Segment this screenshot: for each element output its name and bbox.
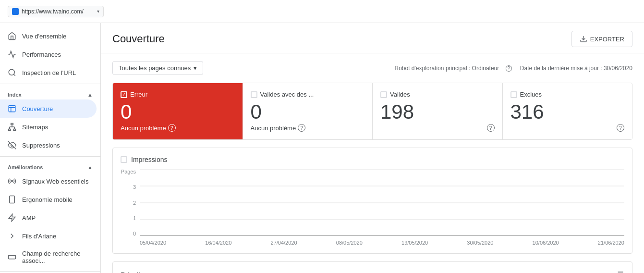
sidebar-label-performances: Performances	[22, 51, 61, 58]
help-icon-valides[interactable]: ?	[487, 124, 495, 132]
svg-point-0	[9, 69, 14, 75]
svg-rect-17	[9, 255, 16, 259]
filter-arrow-icon: ▾	[194, 64, 197, 72]
signal-icon	[8, 177, 16, 186]
chart-area: Pages 3 2 1 0	[121, 169, 624, 246]
x-label-6: 10/06/2020	[533, 240, 559, 246]
section-ameliorations-arrow: ▲	[87, 164, 93, 170]
x-label-1: 16/04/2020	[205, 240, 231, 246]
error-sublabel: Aucun problème ?	[121, 124, 235, 132]
sidebar-item-suppressions[interactable]: Suppressions	[0, 136, 97, 154]
robot-info: Robot d'exploration principal : Ordinate…	[395, 65, 499, 72]
valides-checkbox[interactable]	[380, 91, 387, 98]
valides-header: Valides	[380, 91, 495, 98]
svg-marker-16	[9, 214, 15, 222]
error-label: Erreur	[130, 91, 147, 98]
sidebar-label-ergonomie: Ergonomie mobile	[22, 196, 73, 203]
valid-with-label: Valides avec des ...	[260, 91, 314, 98]
status-card-valides[interactable]: Valides 198 ?	[373, 83, 503, 139]
sidebar-item-amp[interactable]: AMP	[0, 209, 97, 227]
sidebar-item-signaux-web[interactable]: Signaux Web essentiels	[0, 172, 97, 190]
x-label-0: 05/04/2020	[140, 240, 166, 246]
exclues-checkbox[interactable]	[510, 91, 517, 98]
sidebar-item-ergonomie[interactable]: Ergonomie mobile	[0, 190, 97, 209]
x-label-2: 27/04/2020	[271, 240, 297, 246]
filter-dropdown[interactable]: Toutes les pages connues ▾	[112, 61, 203, 75]
content-header: Couverture EXPORTER	[101, 23, 644, 53]
sidebar-item-vue-ensemble[interactable]: Vue d'ensemble	[0, 27, 97, 45]
status-card-error[interactable]: Erreur 0 Aucun problème ?	[113, 83, 243, 139]
favicon	[12, 8, 19, 15]
help-icon-valid-with[interactable]: ?	[298, 124, 305, 132]
mobile-icon	[8, 195, 16, 204]
y-label-pages: Pages	[121, 169, 136, 174]
url-bar[interactable]: https://www.twaino.com/ ▾	[8, 6, 104, 17]
valid-with-sublabel: Aucun problème ?	[251, 124, 365, 132]
valides-sublabel: ?	[380, 124, 495, 132]
svg-line-1	[13, 74, 15, 75]
sidebar: Vue d'ensemble Performances Inspection d…	[0, 23, 101, 273]
file-icon	[8, 104, 16, 113]
sidebar-item-sitemaps[interactable]: Sitemaps	[0, 118, 97, 136]
search-icon	[8, 68, 16, 77]
sidebar-label-fils-ariane: Fils d'Ariane	[22, 233, 56, 240]
export-icon	[580, 35, 587, 43]
x-label-4: 19/05/2020	[401, 240, 428, 246]
error-sublabel-text: Aucun problème	[121, 124, 166, 132]
url-dropdown-arrow[interactable]: ▾	[97, 9, 99, 14]
status-card-valid-with[interactable]: Valides avec des ... 0 Aucun problème ?	[243, 83, 373, 139]
sidebar-label-vue-ensemble: Vue d'ensemble	[22, 33, 66, 40]
impressions-checkbox[interactable]	[121, 156, 127, 163]
exclues-sublabel: ?	[510, 124, 625, 132]
y-label-0: 0	[121, 231, 136, 236]
error-checkbox[interactable]	[121, 91, 127, 98]
content-body: Toutes les pages connues ▾ Robot d'explo…	[101, 53, 644, 273]
divider-3	[0, 271, 100, 272]
sidebar-item-fils-ariane[interactable]: Fils d'Ariane	[0, 227, 97, 245]
sidebar-label-couverture: Couverture	[22, 105, 53, 112]
help-icon-error[interactable]: ?	[168, 124, 176, 132]
main-layout: Vue d'ensemble Performances Inspection d…	[0, 23, 644, 273]
section-ameliorations-label: Améliorations	[8, 164, 43, 170]
sidebar-label-suppressions: Suppressions	[22, 142, 60, 149]
filter-bar: Toutes les pages connues ▾ Robot d'explo…	[112, 61, 632, 75]
exclues-label: Exclues	[520, 91, 542, 98]
section-ameliorations[interactable]: Améliorations ▲	[0, 159, 100, 172]
sidebar-label-sitemaps: Sitemaps	[22, 124, 48, 131]
section-index-label: Index	[8, 92, 22, 98]
filter-info: Robot d'exploration principal : Ordinate…	[395, 65, 632, 72]
divider-2	[0, 156, 100, 157]
valid-with-header: Valides avec des ...	[251, 91, 365, 98]
sidebar-item-champ-recherche[interactable]: Champ de recherche associ...	[0, 245, 97, 269]
svg-rect-6	[9, 129, 11, 131]
status-card-exclues[interactable]: Exclues 316 ?	[503, 83, 632, 139]
top-bar: https://www.twaino.com/ ▾	[0, 0, 644, 23]
help-icon-robot[interactable]: ?	[506, 65, 512, 72]
sidebar-label-signaux: Signaux Web essentiels	[22, 178, 89, 185]
sidebar-item-performances[interactable]: Performances	[0, 45, 97, 63]
x-label-5: 30/05/2020	[467, 240, 493, 246]
valides-label: Valides	[390, 91, 410, 98]
export-button[interactable]: EXPORTER	[571, 31, 632, 47]
valid-with-sublabel-text: Aucun problème	[251, 124, 296, 132]
valid-with-checkbox[interactable]	[251, 91, 257, 98]
chart-container: Impressions Pages 3 2 1 0	[112, 148, 632, 254]
details-filter-icon[interactable]	[615, 270, 624, 273]
y-label-1: 1	[121, 216, 136, 221]
sidebar-item-couverture[interactable]: Couverture	[0, 99, 97, 118]
sidebar-label-amp: AMP	[22, 214, 36, 222]
help-icon-exclues[interactable]: ?	[617, 124, 624, 132]
error-card-header: Erreur	[121, 91, 235, 98]
url-text: https://www.twaino.com/	[22, 8, 94, 15]
section-index[interactable]: Index ▲	[0, 86, 100, 99]
search-box-icon	[8, 253, 16, 261]
error-count: 0	[121, 102, 235, 122]
sidebar-item-inspection-url[interactable]: Inspection de l'URL	[0, 63, 97, 82]
home-icon	[8, 32, 16, 40]
x-label-7: 21/06/2020	[598, 240, 624, 246]
chart-icon	[8, 50, 16, 59]
sitemap-icon	[8, 123, 16, 131]
divider-1	[0, 84, 100, 84]
svg-rect-2	[9, 105, 15, 112]
x-label-3: 08/05/2020	[336, 240, 363, 246]
